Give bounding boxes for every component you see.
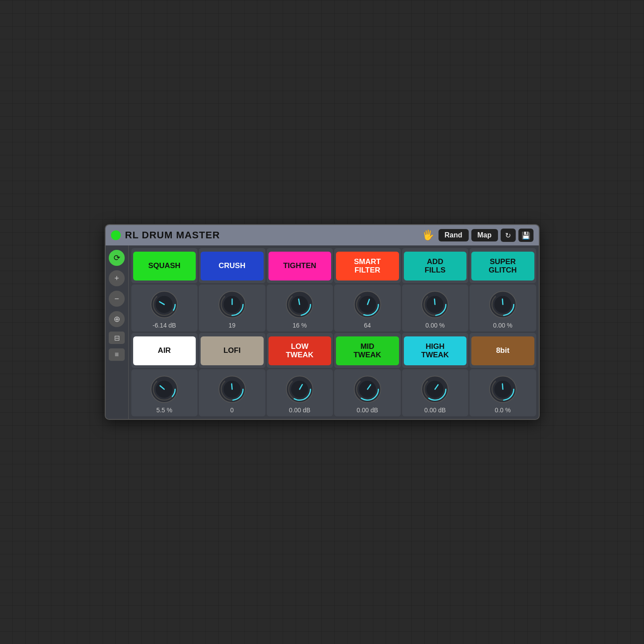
top-knob-3[interactable] xyxy=(352,289,383,320)
plugin-window: RL DRUM MASTER 🖐️ Rand Map ↻ 💾 ⟳ + − ⊕ ⊟… xyxy=(105,224,540,420)
bottom-label-cell-2[interactable]: LOW TWEAK xyxy=(267,333,333,368)
main-grid: SQUASHCRUSHTIGHTENSMART FILTERADD FILLSS… xyxy=(129,245,539,419)
list-button[interactable]: ≡ xyxy=(109,348,125,361)
title-buttons: Rand Map ↻ 💾 xyxy=(439,229,533,242)
top-knob-cell-5: 0.00 % xyxy=(470,284,536,332)
svg-line-59 xyxy=(502,384,503,389)
top-knob-1[interactable] xyxy=(217,289,248,320)
svg-line-29 xyxy=(502,299,503,304)
top-knob-cell-0: -6.14 dB xyxy=(131,284,198,332)
top-knob-cell-1: 19 xyxy=(199,284,265,332)
label-air: AIR xyxy=(133,336,196,365)
bottom-knob-3[interactable] xyxy=(352,374,383,405)
top-knob-0[interactable] xyxy=(149,289,180,320)
label-eightbit: 8bit xyxy=(471,336,534,365)
svg-line-24 xyxy=(435,299,435,304)
top-knob-2[interactable] xyxy=(284,289,315,320)
label-tighten: TIGHTEN xyxy=(269,252,332,281)
power-indicator[interactable] xyxy=(111,230,121,240)
bottom-knob-1[interactable] xyxy=(217,374,248,405)
plugin-title: RL DRUM MASTER xyxy=(125,229,418,241)
left-sidebar: ⟳ + − ⊕ ⊟ ≡ xyxy=(106,245,129,419)
bottom-knob-cell-5: 0.0 % xyxy=(470,369,536,416)
bottom-label-cell-0[interactable]: AIR xyxy=(131,333,198,368)
hand-icon: 🖐️ xyxy=(422,229,434,241)
refresh-button[interactable]: ↻ xyxy=(501,229,516,242)
top-knob-4[interactable] xyxy=(419,289,450,320)
title-bar: RL DRUM MASTER 🖐️ Rand Map ↻ 💾 xyxy=(106,225,539,245)
label-add-fills: ADD FILLS xyxy=(404,252,467,281)
label-lofi: LOFI xyxy=(201,336,264,365)
plugin-body: ⟳ + − ⊕ ⊟ ≡ SQUASHCRUSHTIGHTENSMART FILT… xyxy=(106,245,539,419)
label-squash: SQUASH xyxy=(133,252,196,281)
bottom-knob-cell-0: 5.5 % xyxy=(131,369,198,416)
top-knob-cell-2: 16 % xyxy=(267,284,333,332)
present-button[interactable]: ⊕ xyxy=(109,311,125,327)
label-super-glitch: SUPER GLITCH xyxy=(471,252,534,281)
power-button[interactable]: ⟳ xyxy=(109,250,125,266)
bottom-knob-4[interactable] xyxy=(419,374,450,405)
top-label-cell-5[interactable]: SUPER GLITCH xyxy=(470,248,536,283)
top-value-4: 0.00 % xyxy=(425,322,445,329)
save-button[interactable]: 💾 xyxy=(518,229,533,242)
bottom-knob-cell-3: 0.00 dB xyxy=(334,369,401,416)
top-value-5: 0.00 % xyxy=(493,322,513,329)
bottom-value-5: 0.0 % xyxy=(495,407,511,414)
label-high-tweak: HIGH TWEAK xyxy=(404,336,467,365)
bottom-label-cell-3[interactable]: MID TWEAK xyxy=(334,333,401,368)
top-value-1: 19 xyxy=(229,322,236,329)
top-label-cell-4[interactable]: ADD FILLS xyxy=(402,248,469,283)
add-button[interactable]: + xyxy=(109,270,125,286)
bottom-value-1: 0 xyxy=(230,407,234,414)
eq-button[interactable]: ⊟ xyxy=(109,332,125,344)
rand-button[interactable]: Rand xyxy=(439,229,469,241)
bottom-label-cell-4[interactable]: HIGH TWEAK xyxy=(402,333,469,368)
bottom-value-2: 0.00 dB xyxy=(289,407,310,414)
top-knob-5[interactable] xyxy=(487,289,518,320)
map-button[interactable]: Map xyxy=(471,229,498,241)
bottom-label-cell-1[interactable]: LOFI xyxy=(199,333,265,368)
bottom-knob-0[interactable] xyxy=(149,374,180,405)
bottom-knob-cell-2: 0.00 dB xyxy=(267,369,333,416)
bottom-label-cell-5[interactable]: 8bit xyxy=(470,333,536,368)
top-label-cell-2[interactable]: TIGHTEN xyxy=(267,248,333,283)
label-crush: CRUSH xyxy=(201,252,264,281)
svg-line-39 xyxy=(232,384,232,389)
bottom-knob-cell-1: 0 xyxy=(199,369,265,416)
bottom-knob-5[interactable] xyxy=(487,374,518,405)
minus-button[interactable]: − xyxy=(109,291,125,307)
top-label-cell-3[interactable]: SMART FILTER xyxy=(334,248,401,283)
label-low-tweak: LOW TWEAK xyxy=(269,336,332,365)
top-value-0: -6.14 dB xyxy=(153,322,176,329)
top-knob-cell-3: 64 xyxy=(334,284,401,332)
top-value-3: 64 xyxy=(364,322,371,329)
label-mid-tweak: MID TWEAK xyxy=(336,336,399,365)
top-label-cell-1[interactable]: CRUSH xyxy=(199,248,265,283)
bottom-value-0: 5.5 % xyxy=(156,407,172,414)
bottom-knob-2[interactable] xyxy=(284,374,315,405)
bottom-knob-cell-4: 0.00 dB xyxy=(402,369,469,416)
top-label-cell-0[interactable]: SQUASH xyxy=(131,248,198,283)
bottom-value-4: 0.00 dB xyxy=(424,407,446,414)
top-value-2: 16 % xyxy=(292,322,307,329)
top-knob-cell-4: 0.00 % xyxy=(402,284,469,332)
label-smart-filter: SMART FILTER xyxy=(336,252,399,281)
bottom-value-3: 0.00 dB xyxy=(357,407,378,414)
